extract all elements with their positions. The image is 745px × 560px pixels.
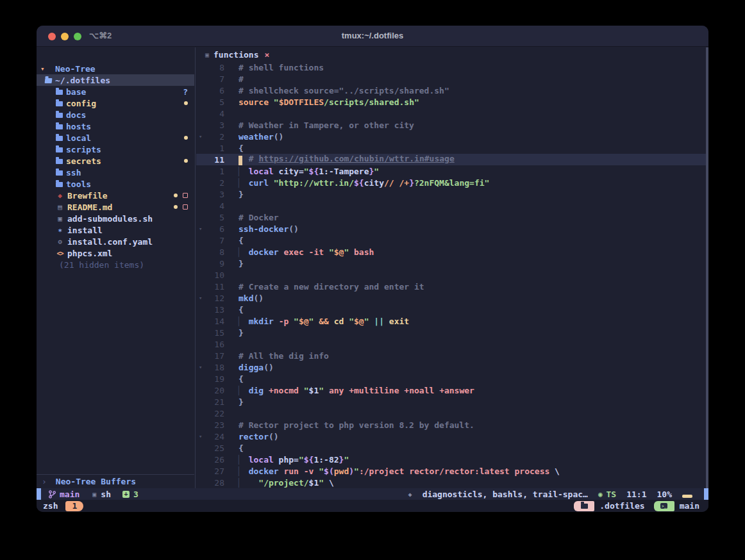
code-line-1[interactable]: 8# shell functions — [196, 62, 708, 73]
fold-chevron-icon[interactable]: ▾ — [196, 133, 205, 140]
line-text: digga() — [239, 363, 274, 372]
line-number: 25 — [205, 443, 224, 453]
git-branch-name: main — [60, 490, 80, 499]
line-text: ▏ "/project/$1" \ — [239, 478, 334, 488]
line-text: } — [239, 328, 244, 338]
tree-item-secrets[interactable]: secrets — [37, 155, 194, 167]
tree-item-config[interactable]: config — [37, 97, 194, 109]
tree-item-docs[interactable]: docs — [37, 109, 194, 120]
tree-item-neo-tree[interactable]: ▾Neo-Tree — [37, 63, 194, 74]
line-text: ssh-docker() — [239, 224, 299, 234]
tree-item-tools[interactable]: tools — [37, 178, 194, 190]
tree-item-brewfile[interactable]: ◆Brewfile — [37, 190, 194, 201]
code-line-29[interactable]: 20▏ dig +nocmd "$1" any +multiline +noal… — [196, 384, 708, 396]
code-line-36[interactable]: 27▏ docker run -v "$(pwd)":/project rect… — [196, 465, 708, 477]
tree-item-phpcs-xml[interactable]: <>phpcs.xml — [37, 247, 194, 259]
tmux-path-chip — [574, 501, 594, 511]
line-text: # Create a new directory and enter it — [239, 282, 424, 292]
tree-item-local[interactable]: local — [37, 132, 194, 144]
code-line-12[interactable]: 3} — [196, 188, 708, 200]
code-line-7[interactable]: ▾2weather() — [196, 131, 708, 142]
chevron-right-icon: › — [37, 477, 56, 486]
code-line-22[interactable]: 13{ — [196, 304, 708, 315]
code-line-32[interactable]: 23# Rector project to php version 8.2 by… — [196, 419, 708, 431]
code-line-28[interactable]: 19{ — [196, 373, 708, 384]
tree-item-hosts[interactable]: hosts — [37, 120, 194, 132]
tree-item-readme-md[interactable]: ▤README.md — [37, 201, 194, 213]
line-text: { — [239, 144, 244, 153]
tree-item-badges: ? — [183, 87, 188, 97]
code-line-21[interactable]: ▾12mkd() — [196, 292, 708, 304]
scrollbar[interactable] — [706, 47, 708, 488]
code-line-24[interactable]: 15} — [196, 327, 708, 338]
close-buffer-icon[interactable]: × — [264, 50, 269, 60]
code-line-6[interactable]: 3# Weather in Tampere, or other city — [196, 119, 708, 131]
tree-item-badges — [174, 193, 188, 198]
tree-item-label: local — [66, 133, 91, 143]
code-line-5[interactable]: 4 — [196, 108, 708, 119]
tree-item-install[interactable]: ∗install — [37, 224, 194, 236]
line-text: # shellcheck source="../scripts/shared.s… — [239, 86, 449, 95]
fold-chevron-icon[interactable]: ▾ — [196, 364, 205, 370]
folder-icon — [56, 113, 63, 118]
line-number: 7 — [205, 236, 224, 245]
tree-item-label: ssh — [66, 168, 81, 177]
tree-item-label: Neo-Tree — [55, 64, 96, 74]
code-line-15[interactable]: ▾6ssh-docker() — [196, 223, 708, 235]
code-line-26[interactable]: 17# All the dig info — [196, 350, 708, 361]
code-line-19[interactable]: 10 — [196, 269, 708, 281]
script-icon: ▣ — [56, 215, 64, 223]
code-line-33[interactable]: ▾24rector() — [196, 431, 708, 442]
fold-chevron-icon[interactable]: ▾ — [196, 433, 205, 440]
tree-item-21-hidden-items[interactable]: (21 hidden items) — [37, 259, 194, 270]
line-text: ▏ local php="${1:-82}" — [239, 455, 349, 465]
line-text: } — [239, 259, 244, 268]
modified-dot-badge — [184, 136, 188, 140]
tmux-branch-label: main — [680, 501, 699, 511]
line-number: 20 — [205, 386, 224, 395]
tmux-window-badge[interactable]: 1 — [65, 501, 83, 511]
terminal-icon: >_ — [660, 503, 667, 509]
tree-item-base[interactable]: base? — [37, 86, 194, 97]
lsp-servers-label: diagnosticls, bashls, trail-spac… — [423, 490, 588, 499]
code-line-25[interactable]: 16 — [196, 338, 708, 350]
code-area[interactable]: 8# shell functions7#6# shellcheck source… — [196, 62, 708, 488]
gear-icon: ⚙ — [56, 238, 64, 246]
line-number: 12 — [205, 293, 224, 303]
code-line-30[interactable]: 21} — [196, 396, 708, 408]
code-line-9[interactable]: 11 # https://github.com/chubin/wttr.in#u… — [196, 154, 708, 165]
code-line-31[interactable]: 22 — [196, 408, 708, 419]
tree-item-add-submodules-sh[interactable]: ▣add-submodules.sh — [37, 213, 194, 224]
code-line-13[interactable]: 4 — [196, 200, 708, 211]
tree-item-ssh[interactable]: ssh — [37, 167, 194, 178]
tree-item-install-conf-yaml[interactable]: ⚙install.conf.yaml — [37, 236, 194, 247]
code-line-37[interactable]: 28▏ "/project/$1" \ — [196, 477, 708, 488]
code-line-18[interactable]: 9} — [196, 258, 708, 269]
code-line-34[interactable]: 25{ — [196, 442, 708, 454]
code-line-23[interactable]: 14▏ mkdir -p "$@" && cd "$@" || exit — [196, 315, 708, 327]
buffers-section-label: Neo-Tree Buffers — [56, 477, 136, 486]
tree-item-scripts[interactable]: scripts — [37, 144, 194, 155]
code-line-8[interactable]: 1{ — [196, 142, 708, 154]
fold-chevron-icon[interactable]: ▾ — [196, 226, 205, 232]
line-number: 1 — [205, 144, 224, 153]
code-line-14[interactable]: 5# Docker — [196, 211, 708, 223]
line-text: ▏ dig +nocmd "$1" any +multiline +noall … — [239, 386, 474, 395]
code-line-16[interactable]: 7{ — [196, 235, 708, 246]
code-line-17[interactable]: 8▏ docker exec -it "$@" bash — [196, 246, 708, 258]
code-line-35[interactable]: 26▏ local php="${1:-82}" — [196, 454, 708, 465]
code-line-4[interactable]: 5source "$DOTFILES/scripts/shared.sh" — [196, 96, 708, 108]
code-line-10[interactable]: 1▏ local city="${1:-Tampere}" — [196, 165, 708, 177]
code-line-11[interactable]: 2▏ curl "http://wttr.in/${city// /+}?2nF… — [196, 177, 708, 188]
markdown-icon: ▤ — [56, 203, 64, 211]
code-line-20[interactable]: 11# Create a new directory and enter it — [196, 281, 708, 292]
code-line-3[interactable]: 6# shellcheck source="../scripts/shared.… — [196, 85, 708, 96]
tree-item-label: install — [67, 226, 103, 235]
sidebar-item-buffers[interactable]: › Neo-Tree Buffers — [37, 474, 194, 488]
code-line-27[interactable]: ▾18digga() — [196, 361, 708, 373]
code-line-2[interactable]: 7# — [196, 73, 708, 85]
buffer-tab[interactable]: ▣ functions × — [196, 47, 708, 62]
fold-chevron-icon[interactable]: ▾ — [196, 295, 205, 301]
tree-item-badges — [174, 204, 188, 210]
tree-item-dotfiles[interactable]: ~/.dotfiles — [37, 74, 194, 86]
